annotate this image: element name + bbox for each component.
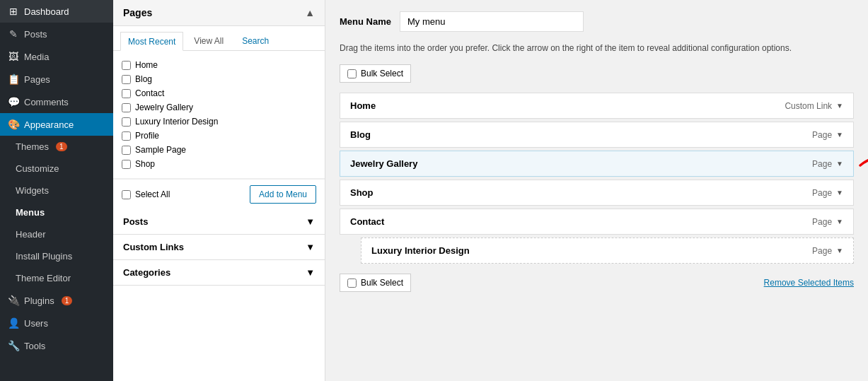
page-checkbox-contact[interactable] <box>122 89 131 98</box>
sidebar-item-tools[interactable]: 🔧 Tools <box>0 334 113 357</box>
add-to-menu-button[interactable]: Add to Menu <box>250 185 316 204</box>
sidebar-item-posts[interactable]: ✎ Posts <box>0 23 113 45</box>
menu-bottom-row: Bulk Select Remove Selected Items <box>340 274 854 292</box>
menu-item-contact: Contact Page ▼ <box>340 209 854 235</box>
bulk-select-top-label: Bulk Select <box>361 69 403 78</box>
list-item: Blog <box>120 72 318 86</box>
page-checkbox-shop[interactable] <box>122 160 131 169</box>
sidebar-item-dashboard[interactable]: ⊞ Dashboard <box>0 0 113 23</box>
list-item: Home <box>120 58 318 72</box>
menu-item-shop-label: Shop <box>350 187 374 198</box>
sidebar-item-users[interactable]: 👤 Users <box>0 312 113 334</box>
tab-view-all[interactable]: View All <box>186 32 231 50</box>
menu-editor: Menu Name Drag the items into the order … <box>325 0 868 381</box>
menu-item-shop-right: Page ▼ <box>812 188 843 198</box>
sidebar-item-customize[interactable]: Customize <box>0 158 113 180</box>
sidebar-item-label: Widgets <box>16 185 49 196</box>
sidebar-item-plugins[interactable]: 🔌 Plugins 1 <box>0 289 113 312</box>
sidebar-item-menus[interactable]: Menus <box>0 201 113 223</box>
page-checkbox-jewelry-gallery[interactable] <box>122 103 131 112</box>
select-all-checkbox[interactable] <box>122 190 131 199</box>
menu-name-input[interactable] <box>400 11 584 32</box>
menu-item-jewelry-gallery-label: Jewelry Gallery <box>350 158 417 169</box>
posts-sub-panel: Posts ▼ <box>113 209 325 235</box>
menu-item-luxury-expand-icon[interactable]: ▼ <box>836 247 843 254</box>
sidebar: ⊞ Dashboard ✎ Posts 🖼 Media 📋 Pages 💬 Co… <box>0 0 113 381</box>
sidebar-item-media[interactable]: 🖼 Media <box>0 45 113 68</box>
menu-instructions: Drag the items into the order you prefer… <box>340 42 854 54</box>
menu-item-luxury-label: Luxury Interior Design <box>371 245 470 256</box>
page-checkbox-home[interactable] <box>122 61 131 70</box>
pages-panel-header: Pages ▲ <box>113 0 325 26</box>
list-item: Contact <box>120 86 318 100</box>
comments-icon: 💬 <box>7 96 20 107</box>
list-item: Profile <box>120 129 318 143</box>
sidebar-item-label: Appearance <box>24 119 74 130</box>
menu-item-contact-right: Page ▼ <box>812 217 843 227</box>
custom-links-label: Custom Links <box>123 242 184 252</box>
sidebar-item-label: Media <box>24 52 49 62</box>
users-icon: 👤 <box>7 317 20 329</box>
sidebar-item-install-plugins[interactable]: Install Plugins <box>0 245 113 267</box>
select-all-label[interactable]: Select All <box>122 189 170 199</box>
dashboard-icon: ⊞ <box>7 6 20 17</box>
menu-item-blog-right: Page ▼ <box>812 130 843 140</box>
sidebar-item-comments[interactable]: 💬 Comments <box>0 90 113 113</box>
menu-item-shop-expand-icon[interactable]: ▼ <box>836 189 843 197</box>
sidebar-item-label: Customize <box>16 163 59 174</box>
posts-sub-panel-label: Posts <box>123 216 148 227</box>
menu-item-jewelry-gallery-expand-icon[interactable]: ▼ <box>836 160 843 168</box>
posts-icon: ✎ <box>7 28 20 40</box>
sidebar-item-header[interactable]: Header <box>0 223 113 245</box>
menu-item-contact-type: Page <box>812 217 832 227</box>
categories-arrow: ▼ <box>306 267 315 278</box>
categories-sub-panel-header[interactable]: Categories ▼ <box>113 260 325 285</box>
remove-selected-button[interactable]: Remove Selected Items <box>764 278 854 288</box>
menu-item-home-label: Home <box>350 100 376 111</box>
categories-sub-panel: Categories ▼ <box>113 260 325 286</box>
pages-panel-collapse-icon[interactable]: ▲ <box>305 7 315 18</box>
sidebar-item-pages[interactable]: 📋 Pages <box>0 68 113 90</box>
posts-sub-panel-header[interactable]: Posts ▼ <box>113 209 325 234</box>
bulk-select-bottom-label: Bulk Select <box>361 278 403 288</box>
menu-item-luxury-type: Page <box>812 246 832 256</box>
sidebar-item-widgets[interactable]: Widgets <box>0 180 113 201</box>
bulk-select-top-checkbox[interactable] <box>347 69 357 78</box>
list-item: Sample Page <box>120 143 318 157</box>
bulk-select-row: Bulk Select <box>340 64 854 83</box>
custom-links-sub-panel-header[interactable]: Custom Links ▼ <box>113 235 325 259</box>
tab-search[interactable]: Search <box>234 32 277 50</box>
pages-panel: Pages ▲ Most Recent View All Search Home… <box>113 0 325 381</box>
page-label-luxury: Luxury Interior Design <box>135 117 218 127</box>
menu-item-shop: Shop Page ▼ <box>340 180 854 206</box>
page-checkbox-blog[interactable] <box>122 75 131 84</box>
custom-links-sub-panel: Custom Links ▼ <box>113 235 325 260</box>
plugins-icon: 🔌 <box>7 295 20 306</box>
sidebar-item-label: Themes <box>16 141 49 152</box>
media-icon: 🖼 <box>7 51 20 62</box>
tab-most-recent[interactable]: Most Recent <box>120 32 183 51</box>
sidebar-item-label: Users <box>24 318 48 329</box>
menu-item-blog-label: Blog <box>350 129 371 140</box>
page-checkbox-sample[interactable] <box>122 146 131 155</box>
bulk-select-top-button[interactable]: Bulk Select <box>340 64 411 83</box>
menu-item-blog-expand-icon[interactable]: ▼ <box>836 131 843 139</box>
sidebar-item-label: Posts <box>24 29 47 40</box>
menu-item-home-expand-icon[interactable]: ▼ <box>836 102 843 110</box>
page-checkbox-profile[interactable] <box>122 131 131 141</box>
sidebar-item-theme-editor[interactable]: Theme Editor <box>0 267 113 289</box>
page-label-shop: Shop <box>135 159 155 169</box>
tools-icon: 🔧 <box>7 340 20 351</box>
sidebar-item-appearance[interactable]: 🎨 Appearance <box>0 113 113 136</box>
bulk-select-bottom-checkbox[interactable] <box>347 279 357 288</box>
menu-name-label: Menu Name <box>340 16 391 27</box>
menu-item-luxury-right: Page ▼ <box>812 246 843 256</box>
page-checkbox-luxury[interactable] <box>122 117 131 127</box>
sidebar-item-label: Install Plugins <box>16 251 72 262</box>
menu-item-blog-type: Page <box>812 130 832 140</box>
sidebar-item-themes[interactable]: Themes 1 <box>0 136 113 158</box>
menu-item-contact-expand-icon[interactable]: ▼ <box>836 218 843 225</box>
menu-item-home: Home Custom Link ▼ <box>340 93 854 119</box>
bulk-select-bottom-button[interactable]: Bulk Select <box>340 274 411 292</box>
list-item: Luxury Interior Design <box>120 115 318 129</box>
